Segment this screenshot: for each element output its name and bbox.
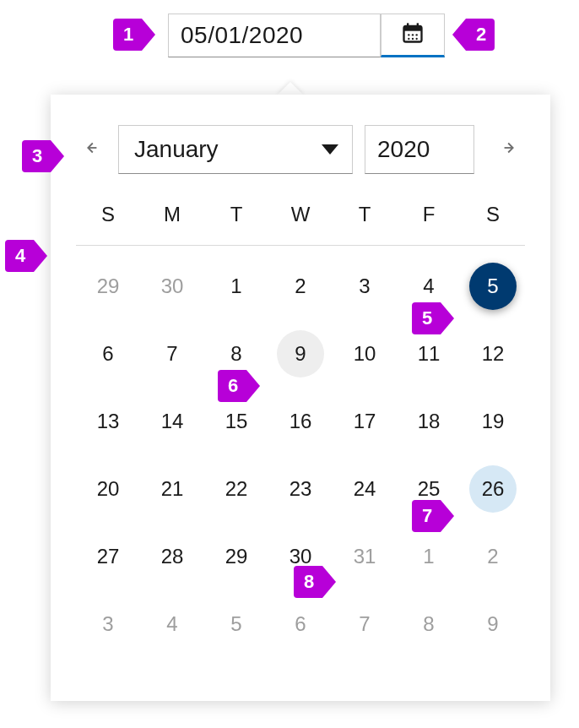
day-cell[interactable]: 26	[461, 464, 525, 514]
day-cell[interactable]: 9	[461, 599, 525, 649]
callout-label: 7	[412, 500, 441, 532]
day-number: 31	[341, 533, 388, 580]
day-cell[interactable]: 2	[268, 261, 333, 312]
weekday-label: F	[397, 203, 461, 226]
day-number: 1	[405, 533, 452, 580]
day-cell[interactable]: 23	[268, 464, 333, 514]
day-cell[interactable]: 8	[397, 599, 461, 649]
svg-point-4	[408, 34, 409, 35]
day-cell[interactable]: 1	[204, 261, 268, 312]
day-cell[interactable]: 5	[204, 599, 268, 649]
callout-6: 6	[218, 370, 260, 402]
day-number: 9	[277, 330, 324, 378]
popup-arrow	[277, 82, 304, 95]
weekday-header: S M T W T F S	[76, 203, 525, 246]
day-cell[interactable]: 15	[204, 396, 268, 447]
svg-point-8	[412, 38, 414, 40]
callout-5: 5	[412, 302, 454, 334]
day-number: 30	[149, 263, 196, 310]
day-cell[interactable]: 27	[76, 531, 140, 582]
day-number: 5	[213, 600, 260, 648]
day-number: 7	[341, 600, 388, 648]
callout-label: 4	[5, 240, 34, 272]
chevron-down-icon	[322, 144, 338, 155]
day-number: 1	[213, 263, 260, 310]
day-number: 29	[84, 263, 132, 310]
day-number: 7	[149, 330, 196, 378]
day-cell[interactable]: 1	[397, 531, 461, 582]
day-cell[interactable]: 3	[333, 261, 397, 312]
weekday-label: W	[268, 203, 333, 226]
svg-point-5	[412, 34, 414, 35]
day-cell[interactable]: 17	[333, 396, 397, 447]
day-cell[interactable]: 5	[461, 261, 525, 312]
day-cell[interactable]: 6	[268, 599, 333, 649]
day-cell[interactable]: 29	[76, 261, 140, 312]
day-number: 4	[149, 600, 196, 648]
day-number: 6	[277, 600, 324, 648]
date-input[interactable]: 05/01/2020	[168, 14, 381, 57]
svg-point-7	[408, 38, 409, 40]
day-number: 17	[341, 398, 388, 445]
calendar-icon	[401, 21, 425, 48]
day-number: 10	[341, 330, 388, 378]
day-cell[interactable]: 14	[140, 396, 204, 447]
day-cell[interactable]: 24	[333, 464, 397, 514]
arrow-left-icon	[82, 139, 100, 160]
year-input-value: 2020	[377, 136, 430, 163]
weekday-label: S	[461, 203, 525, 226]
weekday-label: M	[140, 203, 204, 226]
day-cell[interactable]: 11	[397, 329, 461, 379]
day-cell[interactable]: 3	[76, 599, 140, 649]
day-cell[interactable]: 9	[268, 329, 333, 379]
day-cell[interactable]: 10	[333, 329, 397, 379]
callout-2: 2	[452, 19, 495, 51]
day-number: 23	[277, 465, 324, 513]
calendar-toggle-button[interactable]	[381, 14, 445, 57]
day-cell[interactable]: 2	[461, 531, 525, 582]
day-cell[interactable]: 31	[333, 531, 397, 582]
day-number: 8	[405, 600, 452, 648]
arrow-right-icon	[501, 139, 519, 160]
callout-4: 4	[5, 240, 47, 272]
day-cell[interactable]: 7	[140, 329, 204, 379]
day-cell[interactable]: 18	[397, 396, 461, 447]
day-number: 15	[213, 398, 260, 445]
day-cell[interactable]: 28	[140, 531, 204, 582]
day-number: 28	[149, 533, 196, 580]
year-input[interactable]: 2020	[365, 125, 474, 174]
day-cell[interactable]: 22	[204, 464, 268, 514]
month-select-label: January	[134, 136, 219, 163]
prev-month-button[interactable]	[76, 134, 106, 165]
month-select[interactable]: January	[118, 125, 353, 174]
day-cell[interactable]: 7	[333, 599, 397, 649]
day-number: 27	[84, 533, 132, 580]
day-cell[interactable]: 12	[461, 329, 525, 379]
day-cell[interactable]: 20	[76, 464, 140, 514]
svg-rect-1	[404, 26, 422, 31]
day-cell[interactable]: 16	[268, 396, 333, 447]
day-cell[interactable]: 21	[140, 464, 204, 514]
day-number: 22	[213, 465, 260, 513]
callout-label: 6	[218, 370, 246, 402]
day-number: 11	[405, 330, 452, 378]
day-cell[interactable]: 30	[140, 261, 204, 312]
day-number: 18	[405, 398, 452, 445]
month-nav-row: January 2020	[76, 125, 525, 174]
day-cell[interactable]: 13	[76, 396, 140, 447]
datepicker-popup: January 2020 S M T W T F S 2930123456789…	[51, 95, 550, 701]
callout-label: 1	[113, 19, 142, 51]
day-cell[interactable]: 19	[461, 396, 525, 447]
day-cell[interactable]: 4	[140, 599, 204, 649]
next-month-button[interactable]	[495, 134, 525, 165]
day-number: 20	[84, 465, 132, 513]
day-number: 21	[149, 465, 196, 513]
day-number: 14	[149, 398, 196, 445]
date-input-value: 05/01/2020	[181, 22, 303, 49]
day-number: 2	[277, 263, 324, 310]
day-cell[interactable]: 6	[76, 329, 140, 379]
weekday-label: S	[76, 203, 140, 226]
weekday-label: T	[333, 203, 397, 226]
day-cell[interactable]: 29	[204, 531, 268, 582]
callout-label: 3	[22, 140, 51, 172]
